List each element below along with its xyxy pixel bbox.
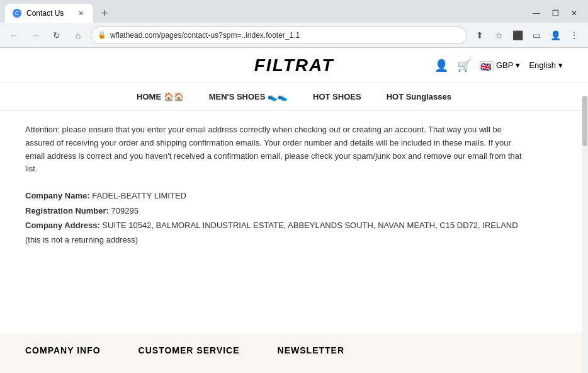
- company-name-line: Company Name: FADEL-BEATTY LIMITED: [25, 188, 529, 203]
- url-text: wflathead.com/pages/contact-us?spm=..ind…: [110, 31, 300, 40]
- address-value: SUITE 10542, BALMORAL INDUSTRIAL ESTATE,…: [102, 221, 517, 230]
- lock-icon: 🔒: [98, 31, 106, 39]
- registration-label: Registration Number:: [25, 206, 109, 215]
- active-tab[interactable]: C Contact Us ✕: [5, 4, 93, 23]
- footer-col2-title: CUSTOMER SERVICE: [139, 345, 240, 355]
- footer-company-info: COMPANY INFO: [25, 345, 101, 360]
- header-icons: 👤 🛒 🇬🇧 GBP ▾ English ▾: [334, 59, 563, 72]
- footer-col3-title: Newsletter: [278, 345, 344, 355]
- home-button[interactable]: ⌂: [69, 26, 87, 44]
- nav-item-hot-shoes[interactable]: HOT SHOES: [313, 92, 361, 101]
- nav-item-home[interactable]: HOME 🏠🏠: [137, 92, 184, 101]
- tab-close-button[interactable]: ✕: [76, 8, 86, 18]
- language-label: English: [529, 60, 556, 70]
- company-name-value: FADEL-BEATTY LIMITED: [92, 191, 186, 200]
- close-button[interactable]: ✕: [565, 4, 583, 22]
- language-chevron: ▾: [558, 60, 563, 70]
- nav-item-mens-shoes[interactable]: MEN'S SHOES 👟👟: [209, 92, 288, 101]
- scrollbar-track[interactable]: [582, 96, 588, 373]
- language-selector[interactable]: English ▾: [529, 60, 563, 70]
- address-bar[interactable]: 🔒 wflathead.com/pages/contact-us?spm=..i…: [91, 26, 467, 44]
- bookmark-button[interactable]: ☆: [490, 26, 507, 44]
- refresh-button[interactable]: ↻: [48, 26, 65, 44]
- site-footer: COMPANY INFO CUSTOMER SERVICE Newsletter: [0, 333, 582, 373]
- company-info: Company Name: FADEL-BEATTY LIMITED Regis…: [25, 188, 529, 248]
- scrollbar-thumb[interactable]: [582, 96, 587, 146]
- minimize-button[interactable]: —: [528, 4, 545, 22]
- share-button[interactable]: ⬆: [471, 26, 489, 44]
- company-name-label: Company Name:: [25, 191, 90, 200]
- extensions-button[interactable]: ⬛: [509, 26, 526, 44]
- main-content: Attention: please ensure that you enter …: [0, 111, 554, 260]
- address-line: Company Address: SUITE 10542, BALMORAL I…: [25, 218, 529, 232]
- currency-code: GBP: [496, 60, 513, 70]
- page-content: FILTRAT 👤 🛒 🇬🇧 GBP ▾ English ▾ HOME 🏠🏠 M…: [0, 48, 588, 373]
- browser-toolbar: ← → ↻ ⌂ 🔒 wflathead.com/pages/contact-us…: [0, 23, 588, 48]
- menu-button[interactable]: ⋮: [565, 26, 583, 44]
- flag-icon: 🇬🇧: [480, 61, 494, 70]
- site-logo: FILTRAT: [254, 55, 334, 76]
- title-bar: C Contact Us ✕ + — ❐ ✕: [0, 0, 588, 23]
- site-header: FILTRAT 👤 🛒 🇬🇧 GBP ▾ English ▾: [0, 48, 588, 83]
- forward-button[interactable]: →: [26, 26, 44, 44]
- tab-favicon: C: [13, 9, 21, 18]
- new-tab-button[interactable]: +: [96, 4, 113, 22]
- sidebar-button[interactable]: ▭: [528, 26, 545, 44]
- tab-bar: C Contact Us ✕ +: [5, 4, 113, 23]
- account-icon[interactable]: 👤: [434, 59, 448, 72]
- attention-text: Attention: please ensure that you enter …: [25, 123, 529, 176]
- currency-selector[interactable]: 🇬🇧 GBP ▾: [480, 60, 520, 70]
- site-nav: HOME 🏠🏠 MEN'S SHOES 👟👟 HOT SHOES HOT Sun…: [0, 83, 588, 111]
- footer-col1-title: COMPANY INFO: [25, 345, 101, 355]
- restore-button[interactable]: ❐: [546, 4, 564, 22]
- registration-line: Registration Number: 709295: [25, 204, 529, 218]
- address-label: Company Address:: [25, 221, 100, 230]
- registration-value: 709295: [111, 206, 139, 215]
- toolbar-actions: ⬆ ☆ ⬛ ▭ 👤 ⋮: [471, 26, 583, 44]
- nav-item-sunglasses[interactable]: HOT Sunglasses: [387, 92, 451, 101]
- window-controls: — ❐ ✕: [528, 4, 583, 22]
- profile-button[interactable]: 👤: [546, 26, 564, 44]
- tab-title: Contact Us: [26, 9, 64, 18]
- browser-chrome: C Contact Us ✕ + — ❐ ✕ ← → ↻ ⌂ 🔒 wflathe…: [0, 0, 588, 48]
- currency-chevron: ▾: [516, 60, 520, 70]
- footer-customer-service: CUSTOMER SERVICE: [139, 345, 240, 360]
- footer-newsletter: Newsletter: [278, 345, 344, 360]
- address-note: (this is not a returning address): [25, 232, 529, 247]
- cart-icon[interactable]: 🛒: [457, 59, 471, 72]
- back-button[interactable]: ←: [5, 26, 23, 44]
